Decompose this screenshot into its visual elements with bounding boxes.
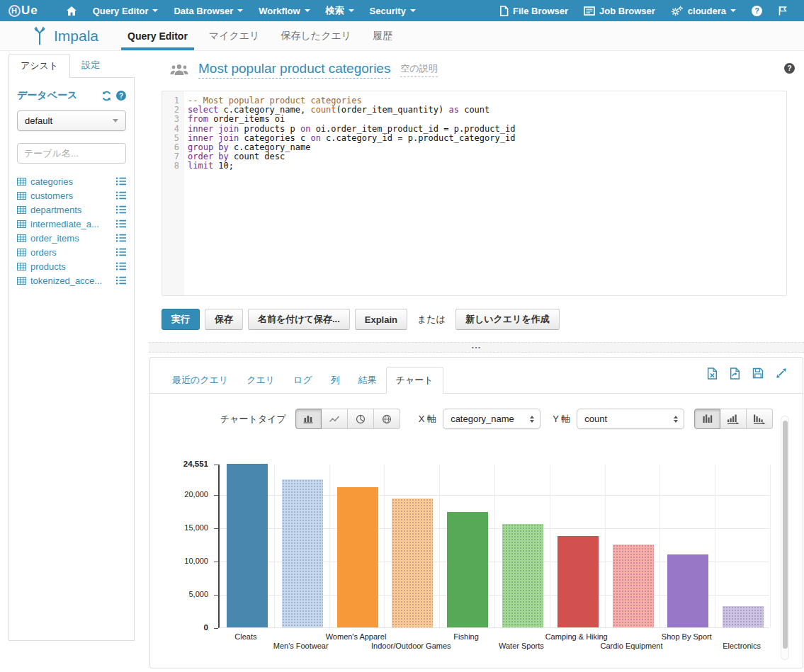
table-columns-icon[interactable] xyxy=(116,234,126,242)
table-list-item[interactable]: intermediate_a... xyxy=(17,217,126,231)
bar-Camping & Hiking[interactable] xyxy=(557,536,599,627)
navbar-help-button[interactable]: ? xyxy=(744,0,770,21)
chart-bar-icon[interactable] xyxy=(295,409,322,429)
refresh-icon[interactable] xyxy=(101,91,112,101)
tab-history[interactable]: 履歴 xyxy=(362,21,403,50)
nav-file-browser[interactable]: File Browser xyxy=(492,0,576,21)
assist-help-icon[interactable]: ? xyxy=(116,91,126,101)
tab-query-editor[interactable]: Query Editor xyxy=(117,21,198,50)
tab-log[interactable]: ログ xyxy=(284,368,322,393)
sql-editor[interactable]: 12345678 -- Most popular product categor… xyxy=(162,91,787,296)
bar-Electronics[interactable] xyxy=(723,606,764,627)
app-title: Impala xyxy=(54,28,98,45)
job-browser-icon xyxy=(584,6,595,16)
save-result-icon[interactable] xyxy=(752,368,764,380)
table-name[interactable]: intermediate_a... xyxy=(30,219,99,229)
table-name[interactable]: categories xyxy=(30,176,73,187)
gridline-vertical xyxy=(274,465,275,627)
table-columns-icon[interactable] xyxy=(116,205,126,214)
tab-chart[interactable]: チャート xyxy=(386,367,443,394)
table-name[interactable]: orders xyxy=(30,247,57,258)
x-axis-select[interactable]: category_name xyxy=(443,409,540,429)
header-help-icon[interactable]: ? xyxy=(784,63,795,74)
nav-query-editor[interactable]: Query Editor xyxy=(85,0,166,21)
table-columns-icon[interactable] xyxy=(116,276,126,285)
table-columns-icon[interactable] xyxy=(116,248,126,256)
nav-workflow[interactable]: Workflow xyxy=(251,0,317,21)
bar-Cardio Equipment[interactable] xyxy=(613,545,654,627)
bar-Fishing[interactable] xyxy=(447,512,488,627)
sort-none-icon[interactable] xyxy=(694,409,720,429)
table-list-item[interactable]: tokenized_acce... xyxy=(17,273,126,287)
bar-Cleats[interactable] xyxy=(227,464,268,627)
hue-logo[interactable]: H Ue xyxy=(9,4,38,18)
nav-search[interactable]: 検索 xyxy=(318,0,362,21)
table-name[interactable]: order_items xyxy=(30,233,79,244)
tab-query[interactable]: クエリ xyxy=(237,368,284,393)
expand-icon[interactable] xyxy=(776,368,787,380)
chart-map-icon[interactable] xyxy=(374,409,400,429)
table-name[interactable]: tokenized_acce... xyxy=(30,275,102,286)
impala-brand[interactable]: Impala xyxy=(32,21,98,50)
tab-recent-queries[interactable]: 最近のクエリ xyxy=(163,368,237,393)
table-columns-icon[interactable] xyxy=(116,177,126,186)
query-title[interactable]: Most popular product categories xyxy=(198,61,390,79)
feedback-flag-button[interactable] xyxy=(770,0,795,21)
nav-job-browser[interactable]: Job Browser xyxy=(576,0,663,21)
resize-handle-dots: ... xyxy=(472,340,482,351)
table-filter-input[interactable] xyxy=(17,143,126,164)
document-export-icon[interactable] xyxy=(730,368,740,380)
table-columns-icon[interactable] xyxy=(116,220,126,228)
excel-export-icon[interactable] xyxy=(707,368,718,380)
table-list-item[interactable]: products xyxy=(17,259,126,273)
execute-button[interactable]: 実行 xyxy=(162,309,200,330)
table-name[interactable]: customers xyxy=(30,190,73,201)
bar-Water Sports[interactable] xyxy=(502,524,543,627)
results-scrollbar[interactable] xyxy=(781,416,789,660)
bar-Men's Footwear[interactable] xyxy=(282,479,323,627)
nav-data-browser[interactable]: Data Browser xyxy=(166,0,251,21)
table-list-item[interactable]: departments xyxy=(17,203,126,217)
chart-pie-icon[interactable] xyxy=(348,409,374,429)
y-axis-select[interactable]: count xyxy=(577,409,684,429)
nav-security[interactable]: Security xyxy=(362,0,424,21)
chart-type-group xyxy=(295,409,400,429)
app-tabs: Query Editor マイクエリ 保存したクエリ 履歴 xyxy=(117,21,403,50)
explain-button[interactable]: Explain xyxy=(355,309,407,330)
table-list-item[interactable]: orders xyxy=(17,245,126,259)
table-name[interactable]: departments xyxy=(30,205,81,215)
tab-results[interactable]: 結果 xyxy=(349,368,386,393)
bar-Women's Apparel[interactable] xyxy=(337,487,378,627)
tab-saved-queries[interactable]: 保存したクエリ xyxy=(270,21,362,50)
query-description[interactable]: 空の説明 xyxy=(400,62,437,77)
resize-handle[interactable]: ... xyxy=(149,342,804,353)
editor-gutter: 12345678 xyxy=(162,91,183,295)
table-columns-icon[interactable] xyxy=(116,262,126,270)
database-select[interactable]: default xyxy=(17,110,126,131)
table-list-item[interactable]: customers xyxy=(17,188,126,203)
chart-line-icon[interactable] xyxy=(322,409,348,429)
tab-my-queries[interactable]: マイクエリ xyxy=(198,21,271,50)
home-icon[interactable] xyxy=(58,0,85,21)
x-axis-tick-label: Camping & Hiking xyxy=(545,632,608,641)
scrollbar-thumb[interactable] xyxy=(783,421,788,649)
tab-assist[interactable]: アシスト xyxy=(9,54,70,78)
sort-asc-icon[interactable] xyxy=(720,409,747,429)
nav-user-cloudera[interactable]: cloudera xyxy=(663,0,744,21)
new-query-button[interactable]: 新しいクエリを作成 xyxy=(455,309,560,330)
tab-settings[interactable]: 設定 xyxy=(70,54,111,77)
save-as-button[interactable]: 名前を付けて保存... xyxy=(248,309,350,330)
save-button[interactable]: 保存 xyxy=(205,309,243,330)
tab-columns[interactable]: 列 xyxy=(322,368,349,393)
editor-code[interactable]: -- Most popular product categoriesselect… xyxy=(183,91,515,295)
bar-Shop By Sport[interactable] xyxy=(667,554,708,627)
bar-Indoor/Outdoor Games[interactable] xyxy=(392,499,433,627)
table-list-item[interactable]: order_items xyxy=(17,231,126,245)
table-columns-icon[interactable] xyxy=(116,191,126,200)
sort-desc-icon[interactable] xyxy=(747,409,773,429)
bar-chart: 05,00010,00015,00020,00024,551CleatsMen'… xyxy=(150,456,803,665)
sql-token: oi.order_item_product_id = p.product_id xyxy=(310,124,515,134)
table-name[interactable]: products xyxy=(30,261,66,272)
table-list-item[interactable]: categories xyxy=(17,174,126,188)
query-actions: 実行 保存 名前を付けて保存... Explain または 新しいクエリを作成 xyxy=(162,309,787,330)
